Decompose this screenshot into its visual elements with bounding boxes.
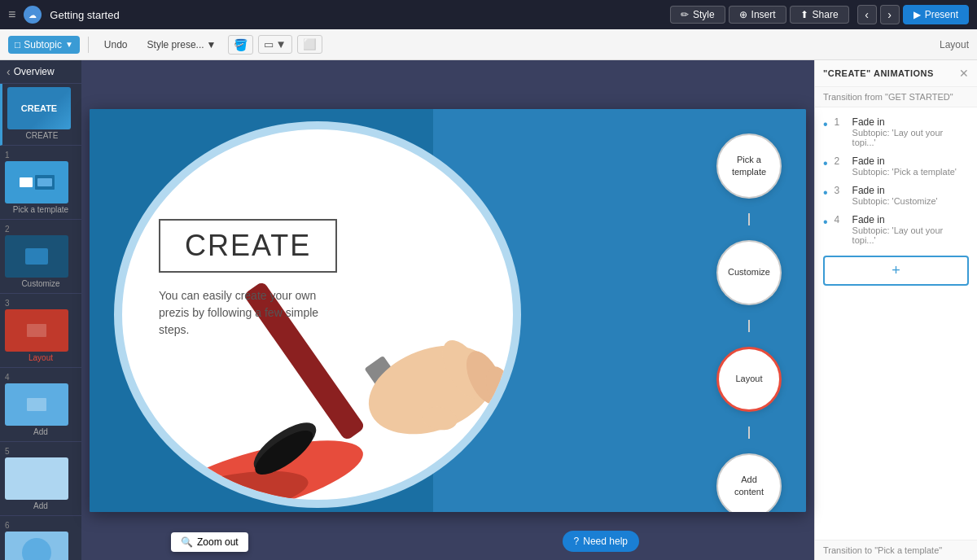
topic-circle-2[interactable]: Customize	[716, 240, 782, 305]
sidebar-num-3: 3	[5, 297, 77, 309]
animations-panel: "CREATE" ANIMATIONS ✕ Transition from "G…	[814, 60, 977, 560]
logo-symbol: ☁	[28, 11, 37, 20]
anim-item-2: • 2 Fade in Subtopic: 'Pick a template'	[815, 151, 977, 181]
create-subtitle: You can easily create your own prezis by…	[159, 287, 338, 339]
circle-connector-1	[748, 213, 750, 225]
subtopic-button[interactable]: □ Subtopic ▼	[8, 36, 80, 54]
anim-content-1: Fade in Subtopic: 'Lay out your topi...'	[852, 116, 969, 147]
bullet-1: •	[823, 117, 828, 132]
style-button[interactable]: ✏ Style	[670, 6, 725, 24]
anim-content-2: Fade in Subtopic: 'Pick a template'	[852, 155, 969, 177]
animations-list: • 1 Fade in Subtopic: 'Lay out your topi…	[815, 107, 977, 540]
topic-circle-1[interactable]: Pick atemplate	[716, 133, 782, 199]
sidebar-item-2[interactable]: 2 Customize	[0, 220, 81, 294]
canvas-area: CREATE You can easily create your own pr…	[81, 60, 814, 560]
toolbar-separator	[88, 37, 89, 53]
bullet-3: •	[823, 186, 828, 200]
sidebar-item-4[interactable]: 4 Add	[0, 368, 81, 442]
sidebar-item-5[interactable]: 5 Add	[0, 442, 81, 516]
style-preset-button[interactable]: Style prese... ▼	[140, 36, 224, 54]
help-icon: ?	[574, 536, 580, 547]
sidebar-thumb-5	[5, 457, 68, 500]
undo-button[interactable]: Undo	[97, 36, 135, 54]
anim-num-1: 1	[835, 116, 846, 128]
topic-circle-4[interactable]: Addcontent	[716, 453, 782, 512]
next-arrow[interactable]: ›	[880, 5, 900, 24]
slide-canvas[interactable]: CREATE You can easily create your own pr…	[90, 109, 806, 512]
anim-content-3: Fade in Subtopic: 'Customize'	[852, 185, 969, 206]
prev-arrow[interactable]: ‹	[857, 5, 877, 24]
anim-content-4: Fade in Subtopic: 'Lay out your topi...'	[852, 214, 969, 245]
present-nav: ‹ › ▶ Present	[857, 5, 969, 24]
hamburger-menu[interactable]: ≡	[8, 7, 15, 22]
anim-sub-2: Subtopic: 'Pick a template'	[852, 167, 969, 177]
sidebar-thumb-2	[5, 235, 68, 278]
sidebar-thumb-3	[5, 309, 68, 352]
anim-item-3: • 3 Fade in Subtopic: 'Customize'	[815, 181, 977, 210]
share-icon: ⬆	[800, 9, 808, 20]
sidebar-label-1: Pick a template	[5, 203, 77, 216]
sidebar-thumb-4	[5, 383, 68, 426]
anim-title-1: Fade in	[852, 116, 969, 128]
circle-connector-2	[748, 320, 750, 332]
transition-to-label: Transition to "Pick a template"	[815, 540, 977, 560]
overview-label: Overview	[14, 66, 55, 77]
close-panel-button[interactable]: ✕	[959, 67, 969, 80]
sidebar-label-0: CREATE	[7, 129, 77, 142]
chevron-down-icon: ▼	[275, 38, 286, 50]
subtopic-icon: □	[15, 39, 20, 50]
sidebar-item-create[interactable]: CREATE CREATE	[0, 84, 81, 146]
anim-title-2: Fade in	[852, 155, 969, 167]
app-title: Getting started	[50, 9, 662, 21]
insert-button[interactable]: ⊕ Insert	[729, 6, 786, 24]
border-icon: ▭	[264, 38, 274, 50]
add-animation-button[interactable]: +	[823, 256, 969, 286]
need-help-button[interactable]: ? Need help	[563, 531, 639, 552]
circle-connector-3	[748, 427, 750, 439]
circles-panel: Pick atemplate Customize Layout Addconte…	[716, 133, 782, 512]
animations-panel-title: "CREATE" ANIMATIONS	[823, 68, 934, 78]
layout-switch-button[interactable]: ⬜	[297, 35, 322, 54]
topic-circle-3[interactable]: Layout	[716, 347, 782, 412]
zoom-out-button[interactable]: 🔍 Zoom out	[171, 532, 248, 552]
style-icon: ✏	[681, 9, 689, 20]
back-arrow[interactable]: ‹	[7, 65, 11, 78]
sidebar-label-4: Add	[5, 426, 77, 438]
bullet-2: •	[823, 156, 828, 171]
transition-from-label: Transition from "GET STARTED"	[815, 87, 977, 107]
sidebar-item-6[interactable]: 6 Add	[0, 516, 81, 560]
layout-label: Layout	[940, 39, 969, 50]
sidebar-label-5: Add	[5, 500, 77, 512]
sidebar-item-3[interactable]: 3 Layout	[0, 294, 81, 368]
border-button[interactable]: ▭ ▼	[258, 35, 291, 54]
chevron-down-icon: ▼	[207, 39, 217, 50]
sidebar-num-5: 5	[5, 445, 77, 457]
anim-item-4: • 4 Fade in Subtopic: 'Lay out your topi…	[815, 210, 977, 249]
share-button[interactable]: ⬆ Share	[790, 6, 849, 24]
anim-sub-1: Subtopic: 'Lay out your topi...'	[852, 128, 969, 147]
anim-title-3: Fade in	[852, 185, 969, 196]
top-nav: ✏ Style ⊕ Insert ⬆ Share	[670, 6, 849, 24]
sidebar-num-2: 2	[5, 223, 77, 235]
fill-color-button[interactable]: 🪣	[228, 35, 253, 55]
present-button[interactable]: ▶ Present	[903, 5, 969, 24]
layout-icon: ⬜	[303, 38, 317, 50]
main-layout: ‹ Overview CREATE CREATE 1 Pick a templa…	[0, 60, 977, 560]
fill-icon: 🪣	[234, 38, 248, 51]
sidebar-thumb-1	[5, 161, 68, 203]
sidebar: ‹ Overview CREATE CREATE 1 Pick a templa…	[0, 60, 81, 560]
sidebar-label-2: Customize	[5, 278, 77, 290]
sidebar-thumb-create: CREATE	[7, 87, 71, 129]
plus-icon: +	[892, 262, 900, 279]
sidebar-num-6: 6	[5, 519, 77, 532]
sidebar-item-1[interactable]: 1 Pick a template	[0, 146, 81, 220]
play-icon: ▶	[913, 9, 921, 20]
anim-num-4: 4	[835, 214, 846, 225]
anim-title-4: Fade in	[852, 214, 969, 225]
chevron-down-icon: ▼	[65, 40, 73, 49]
sidebar-label-3: Layout	[5, 352, 77, 364]
anim-sub-4: Subtopic: 'Lay out your topi...'	[852, 225, 969, 245]
slide-title-area: CREATE You can easily create your own pr…	[159, 219, 338, 339]
bullet-4: •	[823, 215, 828, 230]
zoom-icon: 🔍	[181, 536, 193, 548]
